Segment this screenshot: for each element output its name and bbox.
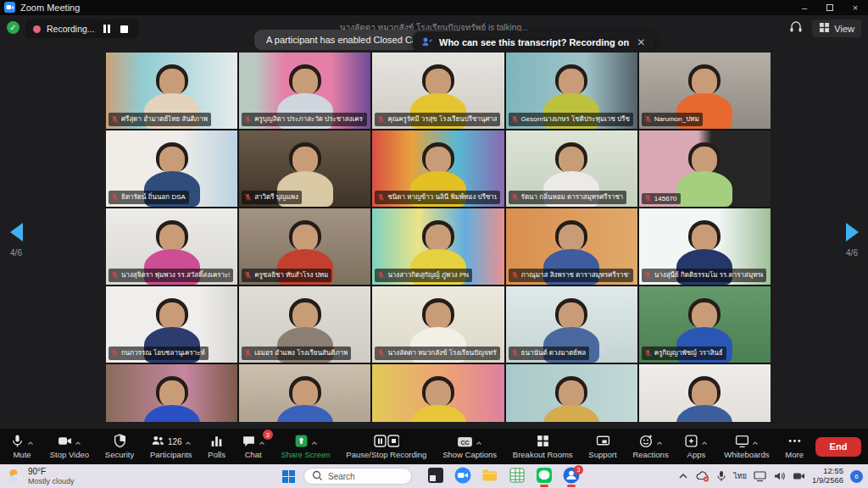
- breakout-rooms-button[interactable]: Breakout Rooms: [509, 434, 576, 459]
- minimize-button[interactable]: –: [792, 0, 817, 15]
- participant-name-label: กนกวรรณ โอบชลานุเคราะห์: [108, 347, 209, 360]
- page-indicator: 4/6: [839, 248, 865, 258]
- taskbar-app-social[interactable]: 3: [560, 465, 582, 487]
- captions-icon: CC: [457, 435, 473, 448]
- participant-tile[interactable]: กนกวรรณ โอบชลานุเคราะห์: [106, 286, 237, 363]
- participant-name-label: เอมอร อำแพง โรงเรียนสันติภาพ: [242, 347, 351, 360]
- support-button[interactable]: Support: [585, 434, 620, 459]
- chevron-up-icon[interactable]: [27, 440, 34, 448]
- mic-muted-icon: [644, 194, 652, 202]
- more-button[interactable]: More: [782, 434, 807, 459]
- next-page-arrow-icon[interactable]: [846, 223, 859, 241]
- chevron-up-icon[interactable]: [259, 440, 265, 448]
- participant-tile[interactable]: น.ส.ปนัดดา แน่นหนา รร.ปรีชานุศาสน์: [506, 364, 637, 422]
- participant-tile[interactable]: จุฑาภรณ์ กุนพุฒ รร.ดาราสมุทรศรีราชา: [239, 364, 370, 422]
- show-captions-button[interactable]: CC Show Captions: [439, 434, 500, 459]
- participant-name-label: ครูบุญสิตา ประภาสะวัต ประชาสงเคราะห์: [242, 113, 366, 126]
- close-button[interactable]: ×: [843, 0, 868, 15]
- audio-settings-icon[interactable]: [788, 20, 804, 37]
- chevron-up-icon[interactable]: [701, 440, 708, 448]
- participant-name-label: Narumon_ปทม: [642, 113, 703, 126]
- participant-tile[interactable]: นางสุจิตรา พุ่มพวง รร.สวัสดิ์สงเคราะห์: [106, 208, 237, 285]
- tray-volume-icon[interactable]: [773, 470, 786, 482]
- mic-muted-icon: [511, 193, 519, 202]
- prev-page-arrow-icon[interactable]: [10, 223, 23, 241]
- participant-name-label: ครูชลธิชา ทับสำโรง ปทม: [242, 269, 331, 282]
- participant-tile[interactable]: เจริญศรี แพงโพธิ์: [639, 364, 771, 422]
- weather-widget[interactable]: 90°F Mostly cloudy: [0, 467, 280, 485]
- transcript-toast: Who can see this transcript? Recording o…: [413, 31, 655, 53]
- participant-name-label: รัตนา กลิ่นหอม ดาราสมุทรศรีราชา: [509, 191, 627, 204]
- participant-tile[interactable]: Gesornนางเกษร โชติประทุมเวช ปรีชา...: [506, 53, 637, 129]
- maximize-button[interactable]: [817, 0, 843, 15]
- taskbar-app-zoom[interactable]: [452, 465, 474, 487]
- participant-tile[interactable]: ธนานันต์ ดวงมาตย์พล: [506, 286, 637, 363]
- taskbar-app-dark[interactable]: [425, 465, 447, 487]
- share-screen-button[interactable]: Share Screen: [277, 434, 333, 459]
- tray-expand-icon[interactable]: [677, 470, 689, 482]
- participant-name-label: คุณครูรัศมี วรสุข โรงเรียนปรีชานุศาสน์: [375, 113, 499, 126]
- participant-tile[interactable]: ครูกิญญาพัชญ์ วราสินธ์: [639, 286, 771, 363]
- pause-stop-recording-button[interactable]: Pause/Stop Recording: [342, 434, 430, 459]
- view-button[interactable]: View: [812, 19, 861, 37]
- taskbar-clock[interactable]: 12:55 1/9/2566: [812, 467, 843, 485]
- chevron-up-icon[interactable]: [476, 440, 482, 448]
- gallery-next-page: 4/6: [839, 223, 865, 258]
- participant-tile[interactable]: 145670: [639, 130, 771, 207]
- participant-tile[interactable]: นางสาวกิตสุกัญญ์ ภู่พวง PN: [372, 208, 504, 285]
- chevron-up-icon[interactable]: [75, 440, 81, 448]
- end-button[interactable]: End: [815, 437, 861, 457]
- tray-microphone-icon[interactable]: [716, 470, 726, 482]
- participant-tile[interactable]: นางนิตยา พงษ์พระเกตุ ปรีชา: [372, 364, 504, 422]
- start-button[interactable]: [280, 468, 298, 485]
- participant-tile[interactable]: รัตนา กลิ่นหอม ดาราสมุทรศรีราชา: [506, 130, 637, 207]
- participant-name-label: นางสาวกิตสุกัญญ์ ภู่พวง PN: [375, 269, 472, 282]
- participant-tile[interactable]: นางลัดดา หมวกสังข์ โรงเรียนปัญจทรัพย์...: [372, 286, 504, 363]
- taskbar-app-file-explorer[interactable]: [479, 465, 501, 487]
- participant-tile[interactable]: สาวิตรี บุญแพง: [239, 130, 370, 207]
- search-input[interactable]: Search: [303, 468, 412, 485]
- reactions-button[interactable]: Reactions: [629, 434, 671, 459]
- apps-button[interactable]: Apps: [681, 434, 711, 459]
- participant-tile[interactable]: ครูบุญสิตา ประภาสะวัต ประชาสงเคราะห์: [239, 53, 370, 129]
- whiteboards-button[interactable]: Whiteboards: [721, 434, 772, 459]
- participant-tile[interactable]: ธิตารัตน์ ถิ่นนอก DSA: [106, 130, 237, 207]
- tray-onedrive-status-icon[interactable]: [696, 470, 709, 482]
- participant-tile[interactable]: เอมอร อำแพง โรงเรียนสันติภาพ: [239, 286, 370, 363]
- participant-tile[interactable]: ชนิดา หาญข้าว นลินี พิมพ์ทอง ปรีชานุ...: [372, 130, 504, 207]
- tray-language-indicator[interactable]: ไทย: [733, 470, 747, 482]
- chat-button[interactable]: 3 Chat: [238, 434, 269, 459]
- app-badge: 3: [574, 465, 583, 474]
- tray-camera-icon[interactable]: [793, 470, 805, 482]
- participant-tile[interactable]: นางสุนีย์ กิตติธรรมโม รร.ดาราสมุทรศรีร..…: [639, 208, 771, 285]
- mic-muted-icon: [111, 349, 119, 358]
- participant-tile[interactable]: คุณครูรัศมี วรสุข โรงเรียนปรีชานุศาสน์: [372, 53, 504, 129]
- mic-muted-icon: [377, 271, 385, 280]
- transcript-person-icon: [421, 36, 433, 49]
- search-icon: [312, 470, 323, 483]
- zoom-logo-icon: [4, 2, 15, 14]
- participant-tile[interactable]: Narumon_ปทม: [639, 53, 771, 129]
- participant-tile[interactable]: ศรีสุดา อำมาตย์ไทย สันติภาพ: [106, 53, 237, 129]
- stop-video-button[interactable]: Stop Video: [47, 434, 92, 459]
- mute-button[interactable]: Mute: [7, 434, 37, 459]
- mic-muted-icon: [644, 271, 652, 280]
- microphone-icon: [10, 434, 25, 448]
- polls-button[interactable]: Polls: [204, 434, 229, 459]
- tray-pen-display-icon[interactable]: [754, 470, 766, 482]
- chevron-up-icon[interactable]: [656, 440, 663, 448]
- notification-count-badge[interactable]: 6: [850, 470, 863, 483]
- participant-tile[interactable]: ภาณุมาส สิงพราช ดาราสมุทรศรีราชา: [506, 208, 637, 285]
- chevron-up-icon[interactable]: [185, 440, 192, 448]
- security-button[interactable]: Security: [102, 434, 137, 459]
- reactions-icon: [639, 434, 654, 448]
- app-zoom-icon: [453, 466, 472, 486]
- chevron-up-icon[interactable]: [752, 440, 759, 448]
- participant-tile[interactable]: นิภา ศรีลี: [106, 364, 237, 422]
- participants-button[interactable]: 126 Participants: [147, 434, 196, 459]
- toast-close-icon[interactable]: ✕: [635, 36, 647, 48]
- participant-tile[interactable]: ครูชลธิชา ทับสำโรง ปทม: [239, 208, 370, 285]
- chevron-up-icon[interactable]: [311, 440, 318, 448]
- taskbar-app-spreadsheet[interactable]: [506, 465, 528, 487]
- taskbar-app-line[interactable]: [533, 465, 555, 487]
